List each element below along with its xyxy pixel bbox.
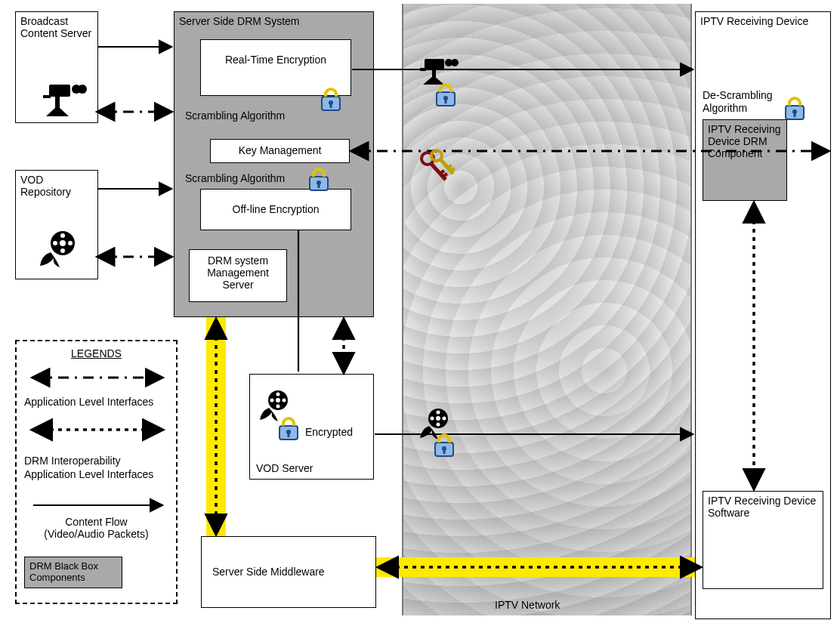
iptv-software-box: IPTV Receiving Device Software bbox=[703, 491, 823, 589]
realtime-encryption-box: Real-Time Encryption bbox=[200, 39, 351, 96]
svg-rect-4 bbox=[43, 95, 51, 98]
encrypted-label: Encrypted bbox=[305, 426, 353, 439]
legend-content-flow-label-1: Content Flow bbox=[24, 516, 168, 528]
scrambling-algorithm-1-label: Scrambling Algorithm bbox=[185, 110, 285, 122]
iptv-drm-component-label: IPTV Receiving Device DRM Component bbox=[708, 123, 780, 159]
film-reel-icon bbox=[37, 230, 82, 271]
yellow-highlight-middleware-to-software bbox=[376, 557, 703, 577]
scrambling-algorithm-2-label: Scrambling Algorithm bbox=[185, 172, 285, 185]
legend-app-level-label: Application Level Interfaces bbox=[24, 396, 168, 408]
yellow-highlight-drm-to-middleware bbox=[206, 317, 226, 536]
iptv-software-label: IPTV Receiving Device Software bbox=[708, 495, 816, 519]
svg-point-6 bbox=[60, 240, 66, 246]
key-management-box: Key Management bbox=[210, 139, 350, 163]
camera-icon bbox=[43, 82, 88, 119]
svg-point-10 bbox=[53, 241, 57, 245]
server-side-middleware-box: Server Side Middleware bbox=[201, 536, 376, 608]
svg-rect-0 bbox=[49, 85, 70, 97]
iptv-drm-component-box: IPTV Receiving Device DRM Component bbox=[703, 119, 787, 201]
iptv-network-region bbox=[402, 4, 692, 615]
drm-management-server-box: DRM system Management Server bbox=[189, 249, 287, 302]
iptv-receiving-device-label: IPTV Receiving Device bbox=[700, 15, 808, 27]
key-management-label: Key Management bbox=[239, 144, 322, 156]
offline-encryption-label: Off-line Encryption bbox=[233, 203, 320, 215]
legend-blackbox-label: DRM Black Box Components bbox=[29, 560, 98, 583]
legends-box: LEGENDS Application Level Interfaces DRM… bbox=[15, 340, 178, 604]
svg-point-7 bbox=[60, 233, 65, 238]
server-side-middleware-label: Server Side Middleware bbox=[212, 566, 325, 578]
legends-title: LEGENDS bbox=[24, 347, 168, 359]
server-side-drm-title: Server Side DRM System bbox=[179, 15, 299, 27]
svg-point-9 bbox=[60, 248, 65, 253]
legend-interop-label: DRM Interoperability Application Level I… bbox=[24, 455, 168, 481]
vod-server-title: VOD Server bbox=[256, 462, 313, 474]
legend-content-flow-label-2: (Video/Audio Packets) bbox=[24, 528, 168, 540]
legend-blackbox: DRM Black Box Components bbox=[24, 557, 122, 588]
vod-repository-box: VOD Repository bbox=[15, 170, 98, 279]
svg-point-2 bbox=[78, 85, 87, 94]
vod-repository-label: VOD Repository bbox=[20, 174, 71, 198]
broadcast-content-server-box: Broadcast Content Server bbox=[15, 11, 98, 123]
descrambling-algorithm-label: De-Scrambling Algorithm bbox=[703, 89, 816, 115]
broadcast-content-server-label: Broadcast Content Server bbox=[20, 15, 91, 39]
svg-point-8 bbox=[68, 241, 73, 245]
realtime-encryption-label: Real-Time Encryption bbox=[225, 54, 326, 66]
iptv-network-label: IPTV Network bbox=[495, 599, 560, 612]
offline-encryption-box: Off-line Encryption bbox=[200, 189, 351, 230]
drm-management-server-label: DRM system Management Server bbox=[207, 254, 269, 291]
